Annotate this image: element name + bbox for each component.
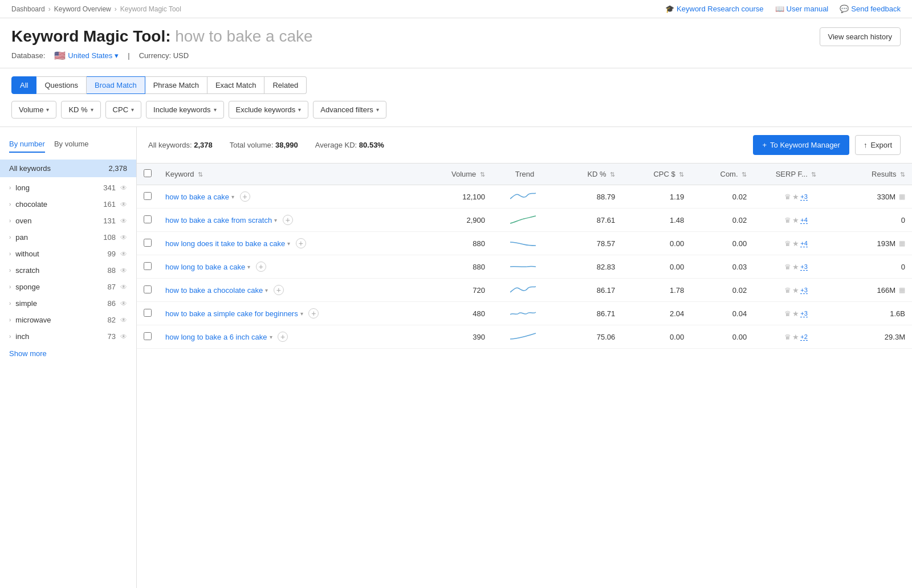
tab-related[interactable]: Related [264, 76, 307, 94]
kd-filter[interactable]: KD % ▾ [61, 101, 100, 119]
row-checkbox[interactable] [144, 239, 152, 247]
tab-questions[interactable]: Questions [36, 76, 87, 94]
serp-more-link[interactable]: +3 [800, 287, 808, 294]
results-cell: 0 [838, 255, 912, 279]
sidebar-item[interactable]: › sponge 87 👁 [0, 279, 136, 295]
sidebar-item[interactable]: › inch 73 👁 [0, 328, 136, 345]
eye-icon[interactable]: 👁 [120, 316, 127, 324]
view-history-button[interactable]: View search history [820, 27, 901, 46]
keyword-link[interactable]: how long to bake a cake ▾ [165, 263, 250, 271]
keyword-column-header[interactable]: Keyword ⇅ [158, 164, 418, 185]
serp-more-link[interactable]: +3 [800, 310, 808, 317]
exclude-keywords-filter[interactable]: Exclude keywords ▾ [229, 101, 309, 119]
send-feedback-link[interactable]: 💬 Send feedback [840, 5, 901, 13]
add-to-list-icon[interactable]: + [256, 262, 266, 272]
sidebar-item[interactable]: › simple 86 👁 [0, 295, 136, 312]
keyword-link[interactable]: how long does it take to bake a cake ▾ [165, 239, 290, 248]
add-to-list-icon[interactable]: + [274, 285, 284, 295]
serp-more-link[interactable]: +3 [800, 193, 808, 201]
sidebar-item[interactable]: › scratch 88 👁 [0, 262, 136, 279]
tab-broad-match[interactable]: Broad Match [87, 76, 145, 94]
serp-more-link[interactable]: +3 [800, 263, 808, 271]
sidebar-item[interactable]: › chocolate 161 👁 [0, 196, 136, 213]
include-keywords-filter[interactable]: Include keywords ▾ [146, 101, 223, 119]
breadcrumb-keyword-overview[interactable]: Keyword Overview [54, 5, 111, 13]
tab-all[interactable]: All [11, 76, 36, 94]
results-detail-icon[interactable]: ▦ [899, 193, 905, 201]
keyword-link[interactable]: how to bake a cake ▾ [165, 193, 234, 201]
row-checkbox[interactable] [144, 215, 152, 223]
row-checkbox[interactable] [144, 262, 152, 270]
table-body: how to bake a cake ▾ + 12,100 88.79 1.19… [137, 185, 912, 349]
sidebar-item[interactable]: › long 341 👁 [0, 179, 136, 196]
com-column-header[interactable]: Com. ⇅ [691, 164, 754, 185]
row-checkbox[interactable] [144, 309, 152, 317]
sidebar-item[interactable]: › pan 108 👁 [0, 229, 136, 246]
eye-icon[interactable]: 👁 [120, 267, 127, 275]
total-volume-stat: Total volume: 38,990 [230, 141, 298, 149]
keyword-link[interactable]: how to bake a cake from scratch ▾ [165, 216, 277, 224]
show-more-button[interactable]: Show more [0, 345, 136, 362]
serp-cell: ♛ ★ +3 [754, 255, 838, 279]
serp-cell: ♛ ★ +4 [754, 232, 838, 255]
keyword-link[interactable]: how to bake a simple cake for beginners … [165, 309, 303, 318]
row-checkbox[interactable] [144, 332, 152, 340]
cpc-cell: 0.00 [622, 232, 691, 255]
row-checkbox[interactable] [144, 285, 152, 293]
row-checkbox-cell [137, 302, 158, 325]
row-checkbox[interactable] [144, 192, 152, 200]
tab-phrase-match[interactable]: Phrase Match [145, 76, 207, 94]
serp-more-link[interactable]: +4 [800, 217, 808, 224]
crown-icon: ♛ [784, 333, 791, 341]
eye-icon[interactable]: 👁 [120, 184, 127, 192]
add-to-list-icon[interactable]: + [283, 215, 293, 225]
cpc-filter[interactable]: CPC ▾ [105, 101, 141, 119]
volume-column-header[interactable]: Volume ⇅ [418, 164, 492, 185]
add-to-list-icon[interactable]: + [296, 238, 306, 248]
eye-icon[interactable]: 👁 [120, 283, 127, 291]
sidebar-tab-by-number[interactable]: By number [9, 136, 45, 153]
database-selector[interactable]: 🇺🇸 United States ▾ [54, 50, 119, 61]
kd-column-header[interactable]: KD % ⇅ [557, 164, 622, 185]
serp-column-header[interactable]: SERP F... ⇅ [754, 164, 838, 185]
volume-filter[interactable]: Volume ▾ [11, 101, 56, 119]
sidebar-item[interactable]: › microwave 82 👁 [0, 312, 136, 328]
keyword-cell: how to bake a chocolate cake ▾ + [158, 279, 418, 302]
breadcrumb-dashboard[interactable]: Dashboard [11, 5, 45, 13]
eye-icon[interactable]: 👁 [120, 300, 127, 308]
volume-cell: 720 [418, 279, 492, 302]
keyword-research-course-link[interactable]: 🎓 Keyword Research course [665, 5, 763, 13]
add-to-list-icon[interactable]: + [308, 308, 319, 318]
sort-icon: ⇅ [742, 171, 747, 178]
eye-icon[interactable]: 👁 [120, 217, 127, 225]
sidebar-all-keywords[interactable]: All keywords 2,378 [0, 160, 136, 177]
cpc-column-header[interactable]: CPC $ ⇅ [622, 164, 691, 185]
avg-kd-stat: Average KD: 80.53% [315, 141, 384, 149]
eye-icon[interactable]: 👁 [120, 250, 127, 258]
sidebar-item[interactable]: › oven 131 👁 [0, 213, 136, 229]
keyword-link[interactable]: how to bake a chocolate cake ▾ [165, 286, 268, 295]
results-detail-icon[interactable]: ▦ [899, 239, 905, 247]
user-manual-link[interactable]: 📖 User manual [775, 5, 829, 13]
keyword-link[interactable]: how long to bake a 6 inch cake ▾ [165, 333, 272, 341]
export-button[interactable]: ↑ Export [855, 135, 901, 155]
eye-icon[interactable]: 👁 [120, 333, 127, 341]
checkbox-column [137, 164, 158, 185]
expand-icon: › [9, 234, 11, 240]
serp-more-link[interactable]: +2 [800, 333, 808, 341]
advanced-filters[interactable]: Advanced filters ▾ [313, 101, 386, 119]
results-detail-icon[interactable]: ▦ [899, 286, 905, 294]
add-to-list-icon[interactable]: + [278, 332, 288, 342]
eye-icon[interactable]: 👁 [120, 201, 127, 209]
kd-cell: 86.71 [557, 302, 622, 325]
sidebar-item[interactable]: › without 99 👁 [0, 246, 136, 262]
eye-icon[interactable]: 👁 [120, 234, 127, 242]
to-keyword-manager-button[interactable]: + To Keyword Manager [753, 135, 849, 155]
tab-exact-match[interactable]: Exact Match [207, 76, 265, 94]
add-to-list-icon[interactable]: + [240, 191, 250, 202]
sidebar-tab-by-volume[interactable]: By volume [54, 136, 89, 153]
kd-cell: 75.06 [557, 325, 622, 349]
select-all-checkbox[interactable] [144, 169, 152, 177]
results-column-header[interactable]: Results ⇅ [838, 164, 912, 185]
serp-more-link[interactable]: +4 [800, 240, 808, 247]
